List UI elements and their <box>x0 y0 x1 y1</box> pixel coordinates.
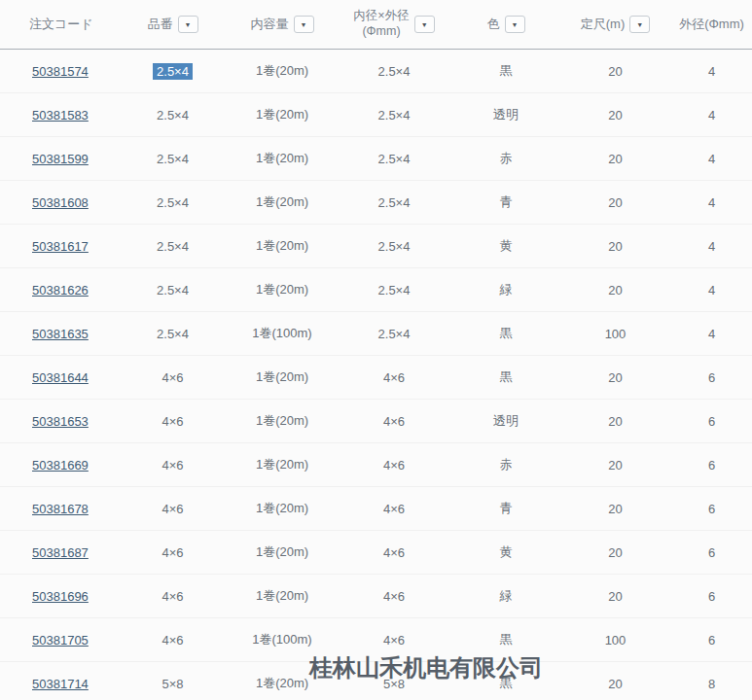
part-number-value: 2.5×4 <box>157 239 189 254</box>
column-header-label: 色 <box>487 16 500 33</box>
order-code-link[interactable]: 50381653 <box>32 414 89 429</box>
inner-outer-diameter-value: 2.5×4 <box>378 152 411 166</box>
order-code-link[interactable]: 50381608 <box>32 195 89 210</box>
column-header-label: 品番 <box>148 16 173 33</box>
order-code-link[interactable]: 50381714 <box>32 677 89 691</box>
color-value: 青 <box>500 501 513 515</box>
capacity-value: 1巻(100m) <box>252 632 311 647</box>
part-number-value: 4×6 <box>161 502 183 516</box>
part-number-value: 2.5×4 <box>157 283 189 298</box>
table-row: 50381705 4×6 1巻(100m) 4×6 黒 100 6 <box>0 618 752 662</box>
chevron-down-icon: ▼ <box>421 21 428 28</box>
color-value: 赤 <box>500 457 513 472</box>
table-row: 50381687 4×6 1巻(20m) 4×6 黄 20 6 <box>0 531 752 575</box>
outer-diameter-value: 4 <box>708 239 715 254</box>
capacity-value: 1巻(20m) <box>256 457 308 472</box>
order-code-link[interactable]: 50381678 <box>32 502 89 516</box>
order-code-link[interactable]: 50381705 <box>32 633 89 648</box>
part-number-value: 2.5×4 <box>153 63 193 80</box>
column-header-order-code: 注文コード <box>0 16 117 33</box>
color-value: 黒 <box>500 369 513 384</box>
table-row: 50381669 4×6 1巻(20m) 4×6 赤 20 6 <box>0 443 752 487</box>
inner-outer-diameter-value: 4×6 <box>383 545 405 560</box>
capacity-value: 1巻(20m) <box>256 369 308 384</box>
order-code-link[interactable]: 50381644 <box>32 370 89 385</box>
color-value: 青 <box>500 194 513 209</box>
length-filter-button[interactable]: ▼ <box>629 16 650 33</box>
table-row: 50381626 2.5×4 1巻(20m) 2.5×4 緑 20 4 <box>0 268 752 312</box>
inner-outer-diameter-value: 4×6 <box>383 502 405 516</box>
part-number-value: 2.5×4 <box>157 108 189 122</box>
chevron-down-icon: ▼ <box>636 21 643 28</box>
inner-outer-diameter-value: 4×6 <box>383 633 405 648</box>
order-code-link[interactable]: 50381617 <box>32 239 89 254</box>
part-number-filter-button[interactable]: ▼ <box>178 16 198 33</box>
order-code-link[interactable]: 50381574 <box>32 64 89 79</box>
inner-outer-diameter-value: 4×6 <box>383 589 405 604</box>
length-value: 20 <box>608 108 622 122</box>
inner-outer-diameter-value: 2.5×4 <box>378 195 411 210</box>
part-number-value: 5×8 <box>161 677 183 691</box>
length-value: 20 <box>608 239 622 254</box>
capacity-value: 1巻(20m) <box>256 63 308 78</box>
outer-diameter-value: 6 <box>708 370 715 385</box>
outer-diameter-value: 4 <box>708 195 715 210</box>
inner-outer-diameter-filter-button[interactable]: ▼ <box>414 16 435 33</box>
table-row: 50381599 2.5×4 1巻(20m) 2.5×4 赤 20 4 <box>0 137 752 181</box>
inner-outer-diameter-value: 4×6 <box>383 458 405 472</box>
order-code-link[interactable]: 50381669 <box>32 458 89 472</box>
length-value: 20 <box>608 589 622 604</box>
length-value: 20 <box>608 458 622 472</box>
outer-diameter-value: 4 <box>708 64 715 79</box>
color-filter-button[interactable]: ▼ <box>505 16 525 33</box>
table-row: 50381714 5×8 1巻(20m) 5×8 黒 20 8 <box>0 662 752 700</box>
inner-outer-diameter-value: 2.5×4 <box>378 283 411 298</box>
table-body: 50381574 2.5×4 1巻(20m) 2.5×4 黒 20 4 5038… <box>0 50 752 700</box>
color-value: 黒 <box>500 326 513 340</box>
table-row: 50381678 4×6 1巻(20m) 4×6 青 20 6 <box>0 487 752 531</box>
inner-outer-diameter-value: 2.5×4 <box>378 108 411 122</box>
order-code-link[interactable]: 50381599 <box>32 152 89 166</box>
table-row: 50381644 4×6 1巻(20m) 4×6 黒 20 6 <box>0 356 752 400</box>
inner-outer-diameter-value: 2.5×4 <box>378 327 411 341</box>
order-code-link[interactable]: 50381626 <box>32 283 89 298</box>
part-number-value: 2.5×4 <box>157 152 189 166</box>
capacity-filter-button[interactable]: ▼ <box>294 16 314 33</box>
order-code-link[interactable]: 50381696 <box>32 589 89 604</box>
column-header-inner-outer-diameter: 内径×外径 (Φmm) ▼ <box>336 9 452 39</box>
length-value: 20 <box>608 370 622 385</box>
inner-outer-diameter-value: 2.5×4 <box>378 64 411 79</box>
capacity-value: 1巻(20m) <box>256 107 308 122</box>
part-number-value: 2.5×4 <box>157 195 189 210</box>
table-header: 注文コード 品番 ▼ 内容量 ▼ 内径×外径 (Φmm) ▼ 色 ▼ 定尺(m)… <box>0 0 752 50</box>
inner-outer-diameter-value: 4×6 <box>383 370 405 385</box>
outer-diameter-value: 4 <box>708 152 715 166</box>
color-value: 黄 <box>500 544 513 559</box>
outer-diameter-value: 4 <box>708 327 715 341</box>
column-header-length: 定尺(m) ▼ <box>559 16 671 33</box>
column-header-label: 定尺(m) <box>581 16 626 33</box>
order-code-link[interactable]: 50381583 <box>32 108 89 122</box>
table-row: 50381608 2.5×4 1巻(20m) 2.5×4 青 20 4 <box>0 181 752 225</box>
order-code-link[interactable]: 50381687 <box>32 545 89 560</box>
color-value: 黄 <box>500 238 513 253</box>
chevron-down-icon: ▼ <box>301 21 307 28</box>
outer-diameter-value: 6 <box>708 633 715 648</box>
column-header-label: 内容量 <box>251 16 289 33</box>
capacity-value: 1巻(20m) <box>256 282 308 297</box>
length-value: 20 <box>608 64 622 79</box>
chevron-down-icon: ▼ <box>185 21 192 28</box>
color-value: 緑 <box>500 588 513 603</box>
length-value: 20 <box>608 502 622 516</box>
column-header-outer-diameter: 外径(Φmm) <box>671 16 752 33</box>
order-code-link[interactable]: 50381635 <box>32 327 89 341</box>
column-header-label: 注文コード <box>29 16 93 33</box>
capacity-value: 1巻(20m) <box>256 238 308 253</box>
color-value: 黒 <box>500 63 513 78</box>
inner-outer-diameter-value: 2.5×4 <box>378 239 411 254</box>
chevron-down-icon: ▼ <box>512 21 519 28</box>
column-header-capacity: 内容量 ▼ <box>229 16 336 33</box>
capacity-value: 1巻(100m) <box>252 326 311 340</box>
part-number-value: 4×6 <box>161 633 183 648</box>
table-row: 50381696 4×6 1巻(20m) 4×6 緑 20 6 <box>0 575 752 618</box>
